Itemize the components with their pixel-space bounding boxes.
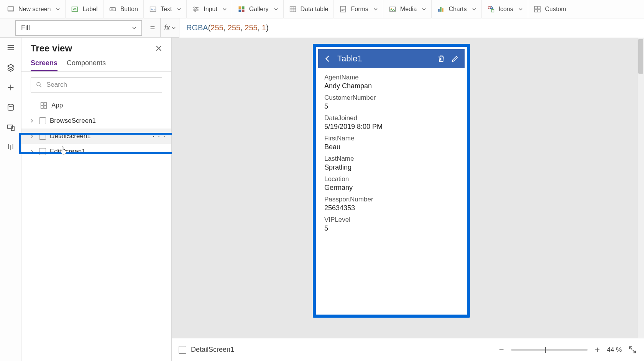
text-label: Text: [161, 6, 172, 13]
field-label: LastName: [324, 155, 458, 163]
zoom-out-button[interactable]: −: [498, 345, 505, 355]
devices-icon: [7, 123, 15, 132]
screen-icon: [39, 117, 46, 124]
delete-button[interactable]: [437, 54, 445, 63]
zoom-level: 44: [607, 346, 614, 353]
fx-icon: fx: [164, 23, 170, 32]
caret-icon[interactable]: [28, 134, 35, 138]
chevron-down-icon: [274, 7, 278, 11]
custom-icon: [534, 5, 541, 13]
status-screen-name: DetailScreen1: [191, 346, 234, 354]
gallery-label: Gallery: [249, 6, 269, 13]
trash-icon: [437, 54, 445, 63]
svg-rect-52: [44, 106, 47, 109]
field-label: Location: [324, 175, 458, 183]
data-table-button[interactable]: Data table: [284, 0, 334, 18]
svg-rect-4: [111, 8, 113, 10]
hamburger-button[interactable]: [6, 43, 15, 52]
formula-input[interactable]: RGBA(255, 255, 255, 1): [179, 18, 644, 38]
media-label: Media: [400, 6, 417, 13]
chevron-down-icon: [172, 26, 176, 30]
label-button[interactable]: Label: [66, 0, 103, 18]
more-options-button[interactable]: · · ·: [153, 132, 166, 140]
new-screen-dropdown[interactable]: New screen: [2, 0, 66, 18]
button-button[interactable]: Button: [104, 0, 144, 18]
database-icon: [7, 103, 15, 112]
formula-fn: RGBA: [186, 23, 208, 32]
close-icon: [155, 45, 162, 52]
tree-node-edit-screen[interactable]: EditScreen1: [21, 144, 171, 159]
label-icon: [71, 5, 79, 13]
data-table-label: Data table: [301, 6, 329, 13]
input-dropdown[interactable]: Input: [187, 0, 232, 18]
screen-title: Table1: [337, 54, 432, 64]
media-dropdown[interactable]: Media: [383, 0, 432, 18]
field-value: 25634353: [324, 204, 458, 212]
tree-view-close-button[interactable]: [155, 45, 162, 52]
tree-search-input[interactable]: Search: [31, 77, 162, 92]
forms-dropdown[interactable]: Forms: [334, 0, 383, 18]
field-value: Andy Champan: [324, 82, 458, 90]
zoom-slider-thumb[interactable]: [545, 347, 546, 353]
charts-dropdown[interactable]: Charts: [432, 0, 481, 18]
icons-dropdown[interactable]: Icons: [482, 0, 528, 18]
forms-label: Forms: [351, 6, 368, 13]
tools-button[interactable]: [6, 143, 15, 152]
custom-dropdown[interactable]: Custom: [528, 0, 572, 18]
svg-rect-32: [491, 9, 494, 12]
screen-selection-outline: Table1 AgentName Andy Champan CustomerNu…: [313, 44, 470, 318]
screen-icon: [179, 346, 186, 354]
gallery-dropdown[interactable]: Gallery: [232, 0, 284, 18]
edit-button[interactable]: [451, 54, 459, 63]
button-text: Button: [120, 6, 138, 13]
insert-button[interactable]: [6, 83, 15, 92]
search-icon: [36, 81, 43, 88]
caret-icon[interactable]: [28, 119, 35, 123]
svg-rect-30: [442, 8, 444, 12]
svg-rect-28: [439, 9, 440, 12]
detail-screen-header: Table1: [318, 49, 465, 68]
gallery-icon: [238, 5, 245, 13]
svg-rect-51: [41, 106, 44, 109]
field-label: PassportNumber: [324, 196, 458, 203]
chevron-down-icon: [374, 7, 378, 11]
zoom-slider[interactable]: [511, 349, 588, 351]
input-icon: [192, 5, 200, 13]
canvas-area[interactable]: Table1 AgentName Andy Champan CustomerNu…: [172, 38, 637, 338]
tab-screens[interactable]: Screens: [31, 59, 58, 71]
tree-node-browse-screen[interactable]: BrowseScreen1: [21, 113, 171, 129]
tree-view-button[interactable]: [6, 63, 15, 72]
property-selector[interactable]: Fill: [15, 20, 142, 36]
field-value: 5: [324, 102, 458, 110]
tree-node-app[interactable]: App: [21, 98, 171, 113]
media-panel-button[interactable]: [6, 123, 15, 132]
custom-label: Custom: [545, 6, 566, 13]
svg-rect-34: [538, 6, 540, 9]
caret-icon[interactable]: [28, 150, 35, 153]
back-button[interactable]: [324, 54, 332, 63]
scrollbar-thumb[interactable]: [638, 39, 643, 74]
plus-icon: [7, 83, 15, 92]
data-button[interactable]: [6, 103, 15, 112]
svg-line-48: [40, 86, 41, 87]
tree-view-tabs: Screens Components: [21, 59, 171, 72]
tree-node-label: BrowseScreen1: [50, 117, 96, 125]
zoom-in-button[interactable]: +: [594, 345, 601, 355]
chevron-down-icon: [177, 7, 181, 11]
fit-to-window-button[interactable]: [628, 345, 637, 354]
tab-components[interactable]: Components: [67, 59, 106, 71]
charts-label: Charts: [449, 6, 467, 13]
detail-field: DateJoined 5/19/2019 8:00 PM: [324, 114, 458, 131]
tree-view-title: Tree view: [31, 43, 72, 54]
fx-button[interactable]: fx: [160, 18, 179, 38]
canvas-vertical-scrollbar[interactable]: [637, 38, 644, 338]
text-dropdown[interactable]: Abc Text: [144, 0, 187, 18]
tree-node-label: EditScreen1: [50, 148, 85, 155]
tree-node-detail-screen[interactable]: DetailScreen1 · · ·: [21, 129, 171, 144]
status-bar: DetailScreen1 − + 44 %: [172, 338, 644, 361]
field-value: Beau: [324, 143, 458, 151]
detail-field: CustomerNumber 5: [324, 94, 458, 110]
detail-screen-preview: Table1 AgentName Andy Champan CustomerNu…: [318, 49, 465, 312]
detail-field: AgentName Andy Champan: [324, 74, 458, 90]
screen-icon: [39, 133, 46, 140]
